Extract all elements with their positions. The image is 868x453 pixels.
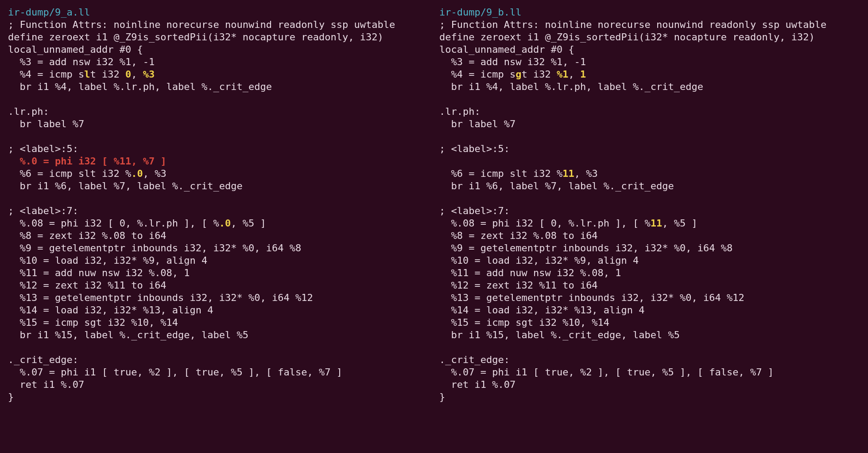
- code-segment: br i1 %15, label %._crit_edge, label %5: [8, 329, 248, 340]
- code-segment: %9 = getelementptr inbounds i32, i32* %0…: [8, 242, 301, 254]
- code-segment: br label %7: [439, 118, 515, 129]
- code-segment: %3: [143, 69, 155, 80]
- code-segment: br i1 %4, label %.lr.ph, label %._crit_e…: [8, 81, 272, 92]
- code-segment: %4 = icmp s: [439, 69, 515, 80]
- code-segment: %.08 = phi i32 [ 0, %.lr.ph ], [ %: [8, 218, 219, 229]
- code-segment: %.0 = phi i32 [ %11, %7 ]: [20, 156, 167, 167]
- code-segment: 11: [562, 168, 574, 179]
- code-segment: %.07 = phi i1 [ true, %2 ], [ true, %5 ]…: [439, 367, 774, 378]
- code-segment: %.08 = phi i32 [ 0, %.lr.ph ], [ %: [439, 218, 651, 229]
- code-segment: br i1 %6, label %7, label %._crit_edge: [8, 180, 243, 191]
- left-code[interactable]: ; Function Attrs: noinline norecurse nou…: [8, 19, 434, 403]
- code-segment: %6 = icmp slt i32 %: [8, 168, 131, 179]
- code-segment: ; Function Attrs: noinline norecurse nou…: [8, 19, 395, 30]
- code-segment: %14 = load i32, i32* %13, align 4: [439, 305, 645, 316]
- left-filename: ir-dump/9_a.ll: [8, 6, 434, 19]
- code-segment: l: [84, 69, 90, 80]
- code-segment: %10 = load i32, i32* %9, align 4: [8, 255, 207, 266]
- code-segment: ,: [568, 69, 580, 80]
- code-segment: ret i1 %.07: [439, 379, 515, 390]
- code-segment: }: [8, 391, 14, 402]
- code-segment: .lr.ph:: [439, 106, 480, 117]
- code-segment: %.07 = phi i1 [ true, %2 ], [ true, %5 ]…: [8, 367, 342, 378]
- code-segment: t i32: [521, 69, 556, 80]
- code-segment: %4 = icmp s: [8, 69, 84, 80]
- code-segment: %11 = add nuw nsw i32 %.08, 1: [8, 267, 190, 278]
- code-segment: local_unnamed_addr #0 {: [8, 44, 143, 55]
- code-segment: define zeroext i1 @_Z9is_sortedPii(i32* …: [8, 31, 384, 43]
- right-code[interactable]: ; Function Attrs: noinline norecurse nou…: [439, 19, 868, 403]
- code-segment: %8 = zext i32 %.08 to i64: [439, 230, 598, 241]
- code-segment: define zeroext i1 @_Z9is_sortedPii(i32* …: [439, 31, 815, 43]
- code-segment: %11 = add nuw nsw i32 %.08, 1: [439, 267, 621, 278]
- code-segment: 1: [580, 69, 586, 80]
- code-segment: ._crit_edge:: [8, 354, 78, 365]
- code-segment: ; <label>:7:: [439, 205, 510, 216]
- code-segment: ,: [131, 69, 143, 80]
- code-segment: %13 = getelementptr inbounds i32, i32* %…: [439, 292, 744, 303]
- code-segment: br i1 %6, label %7, label %._crit_edge: [439, 180, 674, 191]
- code-segment: br i1 %15, label %._crit_edge, label %5: [439, 329, 680, 340]
- code-segment: ; <label>:5:: [8, 143, 78, 154]
- code-segment: , %5 ]: [231, 218, 266, 229]
- code-segment: %3 = add nsw i32 %1, -1: [439, 56, 586, 67]
- code-segment: %1: [557, 69, 569, 80]
- code-segment: ; <label>:7:: [8, 205, 78, 216]
- code-segment: %6 = icmp slt i32 %: [439, 168, 562, 179]
- code-segment: ; Function Attrs: noinline norecurse nou…: [439, 19, 826, 30]
- code-segment: , %3: [143, 168, 167, 179]
- code-segment: br label %7: [8, 118, 84, 129]
- code-segment: %10 = load i32, i32* %9, align 4: [439, 255, 639, 266]
- right-pane[interactable]: ir-dump/9_b.ll ; Function Attrs: noinlin…: [434, 0, 868, 453]
- code-segment: %12 = zext i32 %11 to i64: [439, 280, 598, 291]
- code-segment: }: [439, 391, 445, 402]
- code-segment: %12 = zext i32 %11 to i64: [8, 280, 167, 291]
- code-segment: .0: [131, 168, 143, 179]
- code-segment: ; <label>:5:: [439, 143, 510, 154]
- code-segment: [8, 156, 20, 167]
- code-segment: %13 = getelementptr inbounds i32, i32* %…: [8, 292, 313, 303]
- code-segment: t i32: [90, 69, 125, 80]
- diff-view: ir-dump/9_a.ll ; Function Attrs: noinlin…: [0, 0, 868, 453]
- code-segment: .0: [219, 218, 231, 229]
- code-segment: %15 = icmp sgt i32 %10, %14: [8, 317, 178, 328]
- code-segment: g: [515, 69, 521, 80]
- code-segment: %3 = add nsw i32 %1, -1: [8, 56, 155, 67]
- code-segment: 0: [125, 69, 131, 80]
- right-filename: ir-dump/9_b.ll: [439, 6, 868, 19]
- code-segment: ret i1 %.07: [8, 379, 84, 390]
- code-segment: ._crit_edge:: [439, 354, 510, 365]
- code-segment: %8 = zext i32 %.08 to i64: [8, 230, 167, 241]
- code-segment: .lr.ph:: [8, 106, 49, 117]
- code-segment: br i1 %4, label %.lr.ph, label %._crit_e…: [439, 81, 703, 92]
- code-segment: , %3: [574, 168, 598, 179]
- code-segment: , %5 ]: [662, 218, 697, 229]
- code-segment: %14 = load i32, i32* %13, align 4: [8, 305, 213, 316]
- code-segment: 11: [651, 218, 663, 229]
- code-segment: %15 = icmp sgt i32 %10, %14: [439, 317, 609, 328]
- code-segment: local_unnamed_addr #0 {: [439, 44, 574, 55]
- left-pane[interactable]: ir-dump/9_a.ll ; Function Attrs: noinlin…: [0, 0, 434, 453]
- code-segment: %9 = getelementptr inbounds i32, i32* %0…: [439, 242, 732, 254]
